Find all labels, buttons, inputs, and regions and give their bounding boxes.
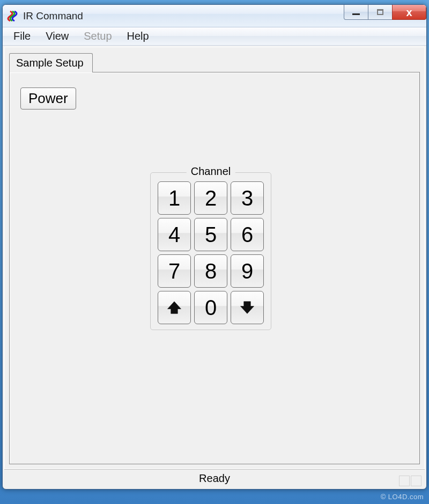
watermark: © LO4D.com xyxy=(381,493,424,501)
key-0[interactable]: 0 xyxy=(194,291,227,324)
key-1[interactable]: 1 xyxy=(158,181,191,215)
window-title: IR Command xyxy=(23,10,83,22)
menu-file[interactable]: File xyxy=(6,28,38,45)
tab-page: Power Channel 1 2 3 4 5 6 7 8 9 xyxy=(9,72,420,464)
channel-keypad-group: Channel 1 2 3 4 5 6 7 8 9 0 xyxy=(150,172,271,330)
arrow-up-icon xyxy=(166,300,182,316)
titlebar: IR Command x xyxy=(3,5,426,27)
key-3[interactable]: 3 xyxy=(231,181,264,215)
maximize-button[interactable] xyxy=(368,5,393,20)
resize-grip[interactable] xyxy=(399,472,424,486)
menu-view[interactable]: View xyxy=(38,28,76,45)
app-icon xyxy=(7,10,19,22)
window-controls: x xyxy=(344,5,426,20)
key-4[interactable]: 4 xyxy=(158,218,191,251)
channel-label: Channel xyxy=(187,165,235,178)
key-channel-up[interactable] xyxy=(158,291,191,324)
key-8[interactable]: 8 xyxy=(194,254,227,288)
key-2[interactable]: 2 xyxy=(194,181,227,215)
key-9[interactable]: 9 xyxy=(231,254,264,288)
menubar: File View Setup Help xyxy=(3,27,426,46)
menu-help[interactable]: Help xyxy=(120,28,157,45)
key-6[interactable]: 6 xyxy=(231,218,264,251)
key-channel-down[interactable] xyxy=(231,291,264,324)
close-button[interactable]: x xyxy=(392,5,426,20)
key-5[interactable]: 5 xyxy=(194,218,227,251)
minimize-button[interactable] xyxy=(344,5,368,20)
tabstrip: Sample Setup xyxy=(9,53,424,72)
minimize-icon xyxy=(352,13,360,15)
grip-icon xyxy=(399,476,410,486)
arrow-down-icon xyxy=(239,300,255,316)
keypad: 1 2 3 4 5 6 7 8 9 0 xyxy=(156,181,265,324)
status-text: Ready xyxy=(4,472,425,485)
key-7[interactable]: 7 xyxy=(158,254,191,288)
grip-icon xyxy=(411,476,421,486)
app-window: IR Command x File View Setup Help Sample… xyxy=(2,4,427,490)
close-icon: x xyxy=(406,7,412,18)
statusbar: Ready xyxy=(4,469,425,487)
client-area: Sample Setup Power Channel 1 2 3 4 5 6 7… xyxy=(4,47,425,469)
menu-setup[interactable]: Setup xyxy=(76,28,119,45)
power-button[interactable]: Power xyxy=(20,87,76,109)
maximize-icon xyxy=(377,9,383,15)
tab-sample-setup[interactable]: Sample Setup xyxy=(9,53,93,72)
